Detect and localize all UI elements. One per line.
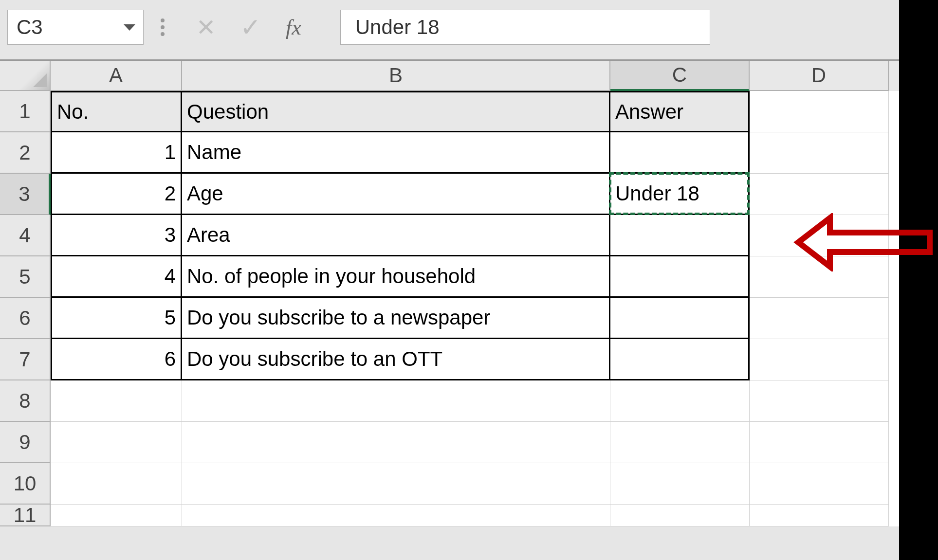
cell-C1[interactable]: Answer [610,91,750,132]
row-headers: 1 2 3 4 5 6 7 8 9 10 11 [0,91,51,526]
cell-D9[interactable] [750,422,889,463]
cell-A7[interactable]: 6 [51,339,182,380]
cell-B5[interactable]: No. of people in your household [182,256,610,298]
cell-C11[interactable] [610,505,750,526]
cell-D8[interactable] [750,380,889,422]
cell-A8[interactable] [51,380,182,422]
cell-C6[interactable] [610,298,750,339]
cell-B10[interactable] [182,463,610,505]
cell-D7[interactable] [750,339,889,380]
cell-C10[interactable] [610,463,750,505]
cell-D1[interactable] [750,91,889,132]
cell-A5[interactable]: 4 [51,256,182,298]
cell-B6[interactable]: Do you subscribe to a newspaper [182,298,610,339]
fx-icon[interactable]: fx [286,15,301,40]
cell-C2[interactable] [610,132,750,174]
row-header-3[interactable]: 3 [0,174,51,215]
cell-reference: C3 [17,16,43,39]
column-header-B[interactable]: B [182,61,610,91]
cell-C3[interactable]: Under 18 [610,174,750,215]
cell-B4[interactable]: Area [182,215,610,256]
cell-B9[interactable] [182,422,610,463]
column-headers: A B C D [0,59,938,91]
cell-B3[interactable]: Age [182,174,610,215]
cell-A11[interactable] [51,505,182,526]
name-box[interactable]: C3 [7,10,144,45]
cells-area: No. Question Answer 1 Name 2 Age Under 1… [51,91,889,526]
column-header-D[interactable]: D [750,61,889,91]
cell-D10[interactable] [750,463,889,505]
row-header-10[interactable]: 10 [0,463,51,505]
row-header-6[interactable]: 6 [0,298,51,339]
formula-bar: C3 ✕ ✓ fx Under 18 [0,0,938,59]
cell-B8[interactable] [182,380,610,422]
column-header-C[interactable]: C [610,61,750,91]
cell-B7[interactable]: Do you subscribe to an OTT [182,339,610,380]
row-header-8[interactable]: 8 [0,380,51,422]
cell-C7[interactable] [610,339,750,380]
cell-A9[interactable] [51,422,182,463]
row-header-1[interactable]: 1 [0,91,51,132]
spreadsheet-grid: A B C D 1 2 3 4 5 6 7 8 9 10 11 No. Ques… [0,59,938,526]
confirm-icon[interactable]: ✓ [240,13,261,42]
cell-D3[interactable] [750,174,889,215]
cell-B1[interactable]: Question [182,91,610,132]
cell-A10[interactable] [51,463,182,505]
cell-B2[interactable]: Name [182,132,610,174]
right-black-strip [899,0,938,560]
formula-value: Under 18 [355,16,440,39]
cancel-icon[interactable]: ✕ [196,14,216,41]
cell-A3[interactable]: 2 [51,174,182,215]
cell-C9[interactable] [610,422,750,463]
cell-A6[interactable]: 5 [51,298,182,339]
cell-C4[interactable] [610,215,750,256]
cell-D2[interactable] [750,132,889,174]
cell-A2[interactable]: 1 [51,132,182,174]
cell-D6[interactable] [750,298,889,339]
formula-bar-separator [153,18,172,36]
row-header-2[interactable]: 2 [0,132,51,174]
annotation-arrow-icon [789,213,938,271]
row-header-5[interactable]: 5 [0,256,51,298]
name-box-dropdown-icon[interactable] [124,24,135,31]
cell-C3-value: Under 18 [615,182,699,205]
formula-bar-buttons: ✕ ✓ fx [182,13,316,42]
row-header-7[interactable]: 7 [0,339,51,380]
cell-A1[interactable]: No. [51,91,182,132]
row-header-4[interactable]: 4 [0,215,51,256]
cell-A4[interactable]: 3 [51,215,182,256]
formula-input[interactable]: Under 18 [340,10,710,45]
cell-B11[interactable] [182,505,610,526]
row-header-11[interactable]: 11 [0,505,51,526]
cell-D11[interactable] [750,505,889,526]
column-header-A[interactable]: A [51,61,182,91]
cell-C5[interactable] [610,256,750,298]
cell-C8[interactable] [610,380,750,422]
select-all-corner[interactable] [0,61,51,91]
row-header-9[interactable]: 9 [0,422,51,463]
